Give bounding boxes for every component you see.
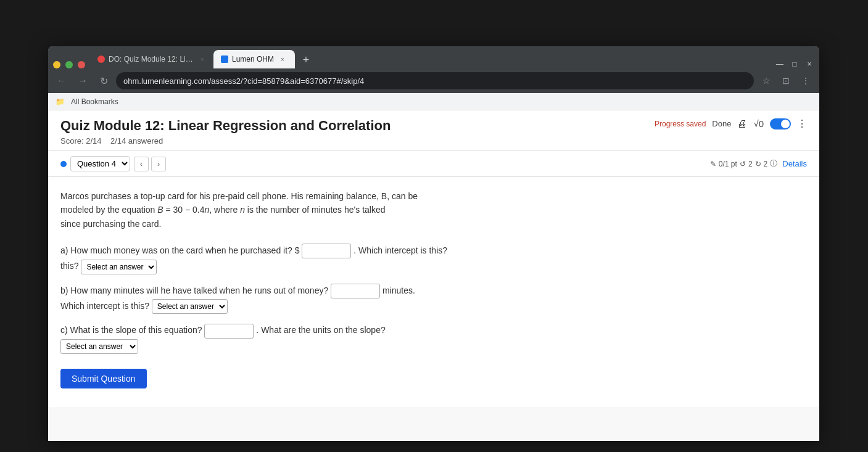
reload-icon: ↻	[100, 75, 108, 87]
part-b-select[interactable]: Select an answer x-intercept y-intercept	[152, 299, 228, 314]
nav-arrows: ‹ ›	[134, 157, 166, 171]
question-selector: Question 4 ‹ ›	[60, 156, 166, 171]
browser-window: DO: Quiz Module 12: Linear Re... × Lumen…	[48, 46, 819, 441]
tab-lumen-ohm[interactable]: Lumen OHM ×	[213, 50, 295, 68]
bookmarks-folder-icon: 📁	[56, 97, 65, 106]
edit-icon: ✎	[710, 160, 716, 168]
part-b-minutes-label: minutes.	[382, 286, 415, 295]
browser-chrome: DO: Quiz Module 12: Linear Re... × Lumen…	[48, 46, 819, 93]
reload-button[interactable]: ↻	[95, 72, 112, 89]
close-button[interactable]	[78, 61, 85, 68]
done-button[interactable]: Done	[712, 119, 731, 128]
part-a-select[interactable]: Select an answer x-intercept y-intercept	[81, 260, 157, 274]
toggle-switch[interactable]	[770, 118, 791, 129]
part-a-label: a) How much money was on the card when h…	[60, 245, 300, 255]
more-options-icon[interactable]: ⋮	[797, 118, 807, 129]
bookmarks-bar: 📁 All Bookmarks	[48, 93, 819, 110]
window-controls	[53, 61, 85, 68]
page-content: Quiz Module 12: Linear Regression and Co…	[48, 110, 819, 441]
screenshot-button[interactable]: ⊡	[777, 72, 795, 89]
part-b-label: b) How many minutes will he have talked …	[60, 286, 328, 295]
quiz-title: Quiz Module 12: Linear Regression and Co…	[60, 118, 391, 134]
refresh-count: 2	[764, 160, 768, 168]
prev-question-button[interactable]: ‹	[134, 157, 149, 171]
question-text-line3: since purchasing the card.	[60, 219, 161, 229]
part-c-row: c) What is the slope of this equation? .…	[60, 323, 807, 354]
quiz-score: Score: 2/14 2/14 answered	[60, 136, 391, 146]
minimize-button[interactable]	[53, 61, 60, 68]
window-close-icon[interactable]: ×	[804, 60, 814, 68]
retry-count: 2	[748, 160, 753, 168]
question-text: Marcos purchases a top-up card for his p…	[60, 189, 807, 231]
forward-icon: →	[78, 75, 88, 86]
part-b-input[interactable]	[331, 284, 380, 298]
address-actions: ☆ ⊡ ⋮	[758, 72, 814, 89]
window-maximize-icon[interactable]: □	[790, 60, 800, 68]
tab-do-quiz[interactable]: DO: Quiz Module 12: Linear Re... ×	[90, 50, 213, 68]
part-a-row: a) How much money was on the card when h…	[60, 243, 807, 274]
question-dropdown[interactable]: Question 4	[70, 156, 130, 171]
progress-saved: Progress saved	[655, 120, 706, 128]
window-action-buttons: — □ ×	[775, 60, 814, 68]
tab2-favicon	[221, 55, 228, 63]
question-text-line2: modeled by the equation B = 30 − 0.4n, w…	[60, 205, 386, 215]
all-bookmarks-item[interactable]: All Bookmarks	[67, 96, 122, 107]
answered-value: 2/14 answered	[110, 136, 163, 146]
score-value: Score: 2/14	[60, 136, 102, 146]
tab1-label: DO: Quiz Module 12: Linear Re...	[109, 55, 194, 64]
retry-icon: ↺	[740, 160, 746, 168]
submit-question-button[interactable]: Submit Question	[60, 369, 147, 388]
part-b-row: b) How many minutes will he have talked …	[60, 283, 807, 314]
part-c-input[interactable]	[204, 324, 254, 339]
quiz-actions: Progress saved Done 🖨 √0 ⋮	[655, 118, 807, 129]
sqrt-icon: √0	[753, 118, 764, 129]
quiz-header: Quiz Module 12: Linear Regression and Co…	[48, 110, 819, 151]
info-icon: ⓘ	[770, 158, 777, 169]
laptop-frame: DO: Quiz Module 12: Linear Re... × Lumen…	[0, 0, 868, 452]
tabs-bar: DO: Quiz Module 12: Linear Re... × Lumen…	[48, 46, 819, 68]
part-c-units-label: . What are the units on the slope?	[256, 325, 385, 335]
part-a-input[interactable]	[302, 244, 351, 258]
points-value: 0/1 pt	[719, 160, 737, 168]
part-a-intercept-label: . Which intercept is this?	[353, 245, 447, 255]
details-link[interactable]: Details	[782, 159, 807, 168]
address-input[interactable]	[116, 72, 754, 89]
refresh-icon: ↻	[755, 160, 761, 168]
points-badge: ✎ 0/1 pt ↺ 2 ↻ 2 ⓘ	[710, 158, 777, 169]
forward-button[interactable]: →	[74, 72, 91, 89]
new-tab-button[interactable]: +	[297, 51, 315, 68]
part-c-label: c) What is the slope of this equation?	[60, 325, 202, 335]
back-icon: ←	[57, 75, 67, 86]
quiz-title-section: Quiz Module 12: Linear Regression and Co…	[60, 118, 391, 146]
tab1-favicon	[97, 55, 105, 63]
back-button[interactable]: ←	[53, 72, 70, 89]
question-dot	[60, 161, 67, 167]
menu-button[interactable]: ⋮	[797, 72, 814, 89]
part-a-this-label: this?	[60, 261, 81, 271]
tab2-label: Lumen OHM	[232, 55, 274, 64]
next-question-button[interactable]: ›	[151, 157, 166, 171]
window-minimize-icon[interactable]: —	[775, 60, 785, 68]
question-nav: Question 4 ‹ › ✎ 0/1 pt ↺ 2 ↻ 2	[48, 151, 819, 177]
tab1-close[interactable]: ×	[198, 54, 206, 64]
question-body: Marcos purchases a top-up card for his p…	[48, 177, 819, 407]
question-info: ✎ 0/1 pt ↺ 2 ↻ 2 ⓘ Details	[710, 158, 807, 169]
print-icon[interactable]: 🖨	[737, 118, 747, 129]
address-bar-row: ← → ↻ ☆ ⊡ ⋮	[48, 68, 819, 93]
part-b-intercept-label: Which intercept is this?	[60, 301, 149, 311]
question-text-line1: Marcos purchases a top-up card for his p…	[60, 191, 418, 201]
tab2-close[interactable]: ×	[278, 54, 287, 64]
part-c-select[interactable]: Select an answer dollars per minute minu…	[60, 339, 138, 354]
maximize-button[interactable]	[65, 61, 73, 68]
star-button[interactable]: ☆	[758, 72, 775, 89]
